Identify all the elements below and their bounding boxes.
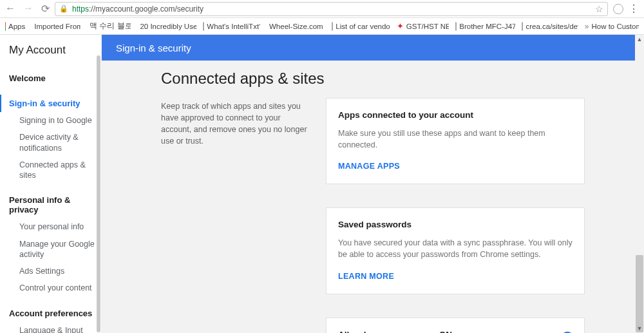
scroll-down-arrow[interactable]: ▼ xyxy=(636,325,643,332)
bookmark-label: Brother MFC-J470DW xyxy=(459,23,515,30)
manage-apps-link[interactable]: MANAGE APPS xyxy=(338,162,400,171)
sidebar: My Account Welcome Sign-in & security Si… xyxy=(0,35,102,333)
bookmark-label: How to Customize Te xyxy=(591,23,639,30)
card-body: You have secured your data with a sync p… xyxy=(338,237,573,260)
maple-leaf-icon: ✦ xyxy=(397,22,404,31)
sidebar-item-device-activity[interactable]: Device activity & notifications xyxy=(9,129,101,157)
scroll-up-arrow[interactable]: ▲ xyxy=(636,36,643,43)
bookmark-label: Wheel-Size.com :: Re xyxy=(269,23,325,30)
bookmark-item[interactable]: »How to Customize Te xyxy=(585,22,639,31)
bookmark-label: Imported From IE xyxy=(34,23,80,30)
favicon-icon xyxy=(332,22,333,31)
favicon-icon xyxy=(203,22,204,31)
intro-text: Keep track of which apps and sites you h… xyxy=(161,98,312,333)
page-header-title: Sign-in & security xyxy=(116,43,191,53)
nav-forward-button[interactable]: → xyxy=(23,3,33,15)
card-connected-apps: Apps connected to your account Make sure… xyxy=(326,98,585,184)
bookmark-star-icon[interactable]: ☆ xyxy=(595,4,603,14)
sidebar-head-signin-security[interactable]: Sign-in & security xyxy=(0,95,101,112)
card-less-secure-apps: Allow less secure apps: ON Some apps and… xyxy=(326,318,585,334)
nav-back-button[interactable]: ← xyxy=(5,3,15,15)
bookmark-item[interactable]: Wheel-Size.com :: Re xyxy=(267,22,325,31)
page-header-bar: Sign-in & security xyxy=(102,35,644,61)
page-scrollbar-track[interactable]: ▲ ▼ xyxy=(635,35,644,333)
sidebar-item-signing-in[interactable]: Signing in to Google xyxy=(9,112,101,129)
card-title: Allow less secure apps: ON xyxy=(338,330,452,334)
browser-toolbar: ← → ⟳ 🔒 https://myaccount.google.com/sec… xyxy=(0,0,644,18)
sidebar-item-connected-apps[interactable]: Connected apps & sites xyxy=(9,157,101,184)
bookmark-label: crea.ca/sites/default/ xyxy=(526,23,578,30)
apps-icon xyxy=(5,22,6,31)
page-heading: Connected apps & sites xyxy=(161,70,585,88)
learn-more-link[interactable]: LEARN MORE xyxy=(338,272,394,281)
sidebar-item-language[interactable]: Language & Input Tools xyxy=(9,322,101,334)
sidebar-title: My Account xyxy=(0,43,101,67)
sidebar-head-welcome[interactable]: Welcome xyxy=(9,70,101,87)
url-rest: ://myaccount.google.com/security xyxy=(89,5,204,14)
favicon-icon xyxy=(522,22,523,31)
address-bar[interactable]: 🔒 https://myaccount.google.com/security … xyxy=(55,2,608,16)
bookmark-item[interactable]: What's IntelliTxt? - Vi xyxy=(203,22,260,31)
extension-icon[interactable] xyxy=(613,4,623,14)
favicon-icon xyxy=(455,22,457,31)
bookmark-label: GST/HST NETFILE xyxy=(406,23,449,30)
bookmark-item[interactable]: ✦GST/HST NETFILE xyxy=(397,22,449,31)
bookmark-item[interactable]: 20 Incredibly Useful V xyxy=(137,22,196,31)
card-title: Saved passwords xyxy=(338,220,573,229)
sidebar-scrollbar[interactable] xyxy=(97,55,100,332)
sidebar-item-ads-settings[interactable]: Ads Settings xyxy=(9,263,101,280)
lock-icon: 🔒 xyxy=(59,5,68,13)
browser-menu-button[interactable]: ⋮ xyxy=(629,3,639,15)
bookmark-label: What's IntelliTxt? - Vi xyxy=(207,23,260,30)
bookmark-item[interactable]: Imported From IE xyxy=(32,22,80,31)
bookmark-label: 맥 수리 블로그 xyxy=(90,21,131,31)
sidebar-item-control-content[interactable]: Control your content xyxy=(9,280,101,296)
sidebar-head-account-prefs[interactable]: Account preferences xyxy=(9,305,101,322)
bookmark-item[interactable]: crea.ca/sites/default/ xyxy=(522,22,578,31)
url-scheme: https xyxy=(72,5,89,14)
content-area: Connected apps & sites Keep track of whi… xyxy=(102,61,644,333)
bookmarks-bar: Apps Imported From IE 맥 수리 블로그 20 Incred… xyxy=(0,18,644,35)
nav-reload-button[interactable]: ⟳ xyxy=(41,3,50,15)
sidebar-item-personal-info[interactable]: Your personal info xyxy=(9,218,101,235)
bookmark-label: 20 Incredibly Useful V xyxy=(140,23,196,30)
sidebar-item-manage-activity[interactable]: Manage your Google activity xyxy=(9,236,101,263)
bookmark-label: Apps xyxy=(8,23,25,30)
bookmark-label: List of car vendors an xyxy=(336,23,390,30)
bookmark-item[interactable]: 맥 수리 블로그 xyxy=(87,21,131,31)
card-saved-passwords: Saved passwords You have secured your da… xyxy=(326,207,585,294)
sidebar-head-personal-info[interactable]: Personal info & privacy xyxy=(9,191,101,218)
chevron-icon: » xyxy=(585,22,589,31)
bookmark-item[interactable]: Brother MFC-J470DW xyxy=(455,22,515,31)
bookmark-item[interactable]: List of car vendors an xyxy=(332,22,390,31)
page-scrollbar-thumb[interactable] xyxy=(636,255,643,332)
bookmark-apps[interactable]: Apps xyxy=(5,22,25,31)
card-body: Make sure you still use these apps and w… xyxy=(338,128,573,151)
card-title: Apps connected to your account xyxy=(338,110,573,120)
